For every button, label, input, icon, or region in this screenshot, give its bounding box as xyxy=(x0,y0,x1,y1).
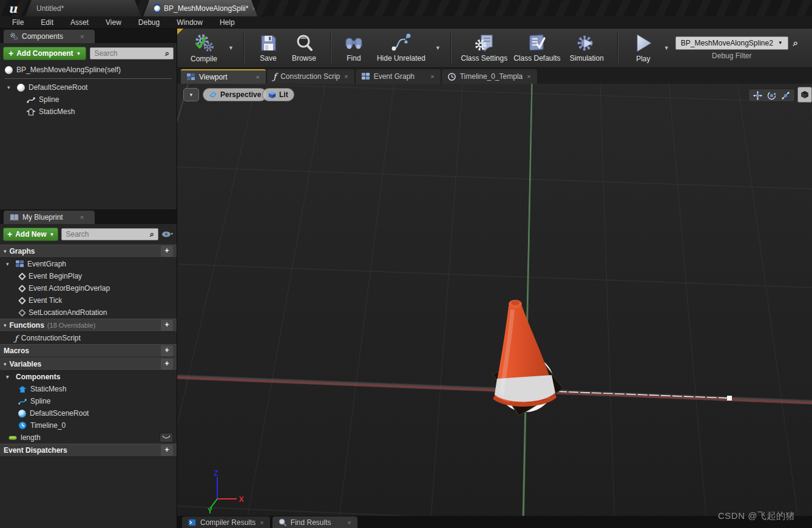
viewport-options-dropdown[interactable]: ▼ xyxy=(183,88,199,101)
close-icon[interactable]: × xyxy=(252,5,255,12)
menu-asset[interactable]: Asset xyxy=(63,17,96,28)
tab-viewport[interactable]: Viewport × xyxy=(181,69,266,84)
menu-edit[interactable]: Edit xyxy=(33,17,61,28)
browse-button[interactable]: Browse xyxy=(285,33,323,63)
components-panel-tab[interactable]: Components × xyxy=(4,30,95,43)
tab-construction-script[interactable]: ƒ Construction Scrip × xyxy=(267,69,354,84)
viewport-3d[interactable]: ▼ Perspective Lit xyxy=(177,84,812,516)
play-button[interactable]: Play xyxy=(625,33,661,63)
find-binoculars-icon xyxy=(343,33,364,53)
tree-row-event-beginplay[interactable]: Event BeginPlay xyxy=(0,270,177,282)
macros-section-header[interactable]: Macros + xyxy=(0,344,177,357)
expander-icon[interactable]: ▾ xyxy=(6,261,12,267)
close-icon[interactable]: × xyxy=(347,519,351,526)
class-settings-button[interactable]: Class Settings xyxy=(458,33,510,63)
tree-row-spline[interactable]: Spline xyxy=(0,93,177,106)
panel-title: Components xyxy=(22,32,63,41)
my-blueprint-tab[interactable]: My Blueprint × xyxy=(4,211,95,224)
add-new-label: Add New xyxy=(15,230,46,239)
menu-file[interactable]: File xyxy=(5,17,31,28)
perspective-button[interactable]: Perspective xyxy=(203,88,267,101)
close-icon[interactable]: × xyxy=(80,33,84,40)
close-icon[interactable]: × xyxy=(344,73,348,80)
add-graph-button[interactable]: + xyxy=(161,246,173,257)
tree-label: BP_MeshMoveAlongSpline(self) xyxy=(16,66,121,74)
my-blueprint-tabrow: My Blueprint × xyxy=(0,209,177,224)
close-icon[interactable]: × xyxy=(527,73,530,80)
var-row-defaultsceneroot[interactable]: DefaultSceneRoot xyxy=(0,407,177,419)
spline-path[interactable] xyxy=(557,391,729,398)
class-defaults-button[interactable]: Class Defaults xyxy=(510,33,564,63)
simulation-button[interactable]: Simulation xyxy=(564,33,610,63)
var-row-timeline[interactable]: Timeline_0 xyxy=(0,419,177,432)
tree-row-event-tick[interactable]: Event Tick xyxy=(0,294,177,306)
functions-section-header[interactable]: ▾ Functions (18 Overridable) + xyxy=(0,319,177,332)
variables-components-category[interactable]: ▾ Components xyxy=(0,371,177,383)
tree-row-self[interactable]: BP_MeshMoveAlongSpline(self) xyxy=(0,64,177,76)
add-variable-button[interactable]: + xyxy=(161,359,173,370)
traffic-cone-mesh[interactable] xyxy=(493,300,563,416)
add-event-dispatcher-button[interactable]: + xyxy=(161,445,173,456)
graphs-section-header[interactable]: ▾ Graphs + xyxy=(0,245,177,258)
app-tab-label: BP_MeshMoveAlongSplii* xyxy=(164,4,248,13)
tab-event-graph[interactable]: Event Graph × xyxy=(356,69,441,84)
close-icon[interactable]: × xyxy=(260,519,263,526)
tree-label: DefaultSceneRoot xyxy=(30,409,89,418)
tab-compiler-results[interactable]: Compiler Results × xyxy=(182,516,270,528)
add-new-button[interactable]: + Add New ▼ xyxy=(3,228,58,241)
close-icon[interactable]: × xyxy=(430,73,434,80)
my-blueprint-search: ⌕ xyxy=(61,228,158,240)
variable-visibility-toggle[interactable] xyxy=(160,433,173,442)
chevron-down-icon[interactable]: ▼ xyxy=(433,45,443,51)
tab-find-results[interactable]: Find Results × xyxy=(272,516,357,528)
my-blueprint-panel: My Blueprint × + Add New ▼ ⌕ ▾ Graphs xyxy=(0,209,177,528)
close-icon[interactable]: × xyxy=(256,73,260,81)
menu-window[interactable]: Window xyxy=(169,17,210,28)
sphere-icon xyxy=(5,66,13,74)
tab-timeline-template[interactable]: Timeline_0_Templa × xyxy=(442,69,537,84)
event-dispatchers-section-header[interactable]: Event Dispatchers + xyxy=(0,444,177,457)
tree-row-staticmesh[interactable]: StaticMesh xyxy=(0,106,177,118)
tree-row-constructionscript[interactable]: ƒ ConstructionScript xyxy=(0,332,177,344)
compile-button[interactable]: Compile xyxy=(182,33,226,63)
lit-button[interactable]: Lit xyxy=(262,88,294,101)
menu-view[interactable]: View xyxy=(98,17,129,28)
app-tab-untitled[interactable]: Untitled* xyxy=(25,0,141,16)
debug-object-dropdown[interactable]: BP_MeshMoveAlongSpline2 ▼ xyxy=(675,36,788,50)
tree-row-event-actorbeginoverlap[interactable]: Event ActorBeginOverlap xyxy=(0,282,177,294)
axis-gizmo: Z X Y xyxy=(194,470,249,513)
camera-speed-button[interactable] xyxy=(797,87,812,103)
chevron-down-icon[interactable]: ▼ xyxy=(661,45,672,51)
find-button[interactable]: Find xyxy=(338,33,370,63)
class-settings-icon xyxy=(474,33,495,53)
close-icon[interactable]: × xyxy=(80,214,84,221)
my-blueprint-search-input[interactable] xyxy=(66,230,149,239)
chevron-down-icon[interactable]: ▼ xyxy=(226,45,236,51)
var-row-length[interactable]: length xyxy=(0,432,177,444)
var-row-spline[interactable]: Spline xyxy=(0,395,177,407)
visibility-filter-eye-icon[interactable] xyxy=(161,231,174,238)
plus-icon: + xyxy=(8,49,13,58)
variables-section-header[interactable]: ▾ Variables + xyxy=(0,357,177,371)
menu-help[interactable]: Help xyxy=(212,17,242,28)
spline-end-point[interactable] xyxy=(727,396,732,401)
tree-row-eventgraph[interactable]: ▾ EventGraph xyxy=(0,258,177,270)
rotate-tool-icon[interactable] xyxy=(767,91,776,100)
move-tool-icon[interactable] xyxy=(753,91,762,100)
scale-tool-icon[interactable] xyxy=(781,91,790,100)
category-label: Components xyxy=(16,373,60,381)
add-component-button[interactable]: + Add Component ▼ xyxy=(3,47,86,60)
hide-unrelated-button[interactable]: Hide Unrelated xyxy=(370,33,433,63)
components-search-input[interactable] xyxy=(94,49,164,58)
section-title: Functions xyxy=(10,321,44,330)
menu-debug[interactable]: Debug xyxy=(131,17,167,28)
app-tab-blueprint[interactable]: BP_MeshMoveAlongSplii* × xyxy=(143,0,257,16)
save-button[interactable]: Save xyxy=(251,33,285,63)
debug-search-icon[interactable]: ⌕ xyxy=(793,38,798,49)
var-row-staticmesh[interactable]: StaticMesh xyxy=(0,383,177,395)
tree-row-setlocationandrotation[interactable]: SetLocationAndRotation xyxy=(0,306,177,319)
tree-row-defaultsceneroot[interactable]: ▾ DefaultSceneRoot xyxy=(0,81,177,93)
add-macro-button[interactable]: + xyxy=(161,345,173,356)
expander-icon[interactable]: ▾ xyxy=(7,84,13,90)
add-function-button[interactable]: + xyxy=(161,320,173,331)
